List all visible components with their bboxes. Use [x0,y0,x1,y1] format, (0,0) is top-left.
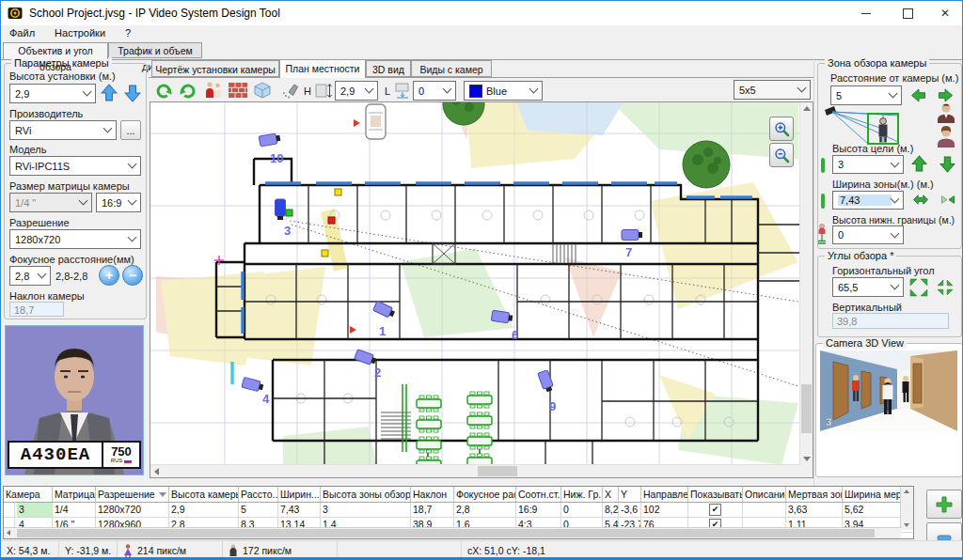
site-plan-canvas[interactable]: 103124697 [150,101,813,478]
scroll-left-icon[interactable] [154,468,159,475]
rotate-right-button[interactable] [177,80,199,101]
tab-site-plan[interactable]: План местности [279,59,366,78]
resolution-select[interactable]: 1280x720 [9,229,141,249]
title-bar[interactable]: School Project.jvsg - IP Video System De… [1,1,962,25]
table-header-cell[interactable]: Рассто... [239,487,278,502]
aspect-ratio-select[interactable]: 16:9 [96,193,141,212]
target-height-down-button[interactable] [939,154,955,174]
color-select[interactable]: Blue [464,81,543,101]
map-vertical-scrollbar[interactable] [799,102,813,465]
mount-height-select[interactable]: 2,9 [9,84,96,103]
table-header-cell[interactable]: Ниж. Гр... [561,487,603,502]
menu-file[interactable]: Файл [1,25,43,40]
panel-splitter[interactable] [813,59,814,536]
raise-camera-button[interactable] [101,83,118,103]
table-vertical-scrollbar[interactable] [900,487,913,530]
add-3d-object-button[interactable] [251,80,274,101]
show-checkbox[interactable]: ✔ [709,504,721,516]
table-cell[interactable]: 102 [641,503,688,517]
wall-level-select[interactable]: 0 [413,81,456,101]
paint-zone-button[interactable] [279,80,302,101]
zone-width-expand-button[interactable] [909,193,932,207]
focal-plus-button[interactable]: + [99,265,119,286]
bottom-boundary-select[interactable]: 0 [832,226,904,244]
target-height-up-button[interactable] [911,154,927,174]
table-cell[interactable]: 2,9 [169,503,239,517]
lower-camera-button[interactable] [124,83,141,103]
table-header-cell[interactable]: Мертвая зона [786,487,843,502]
table-header-cell[interactable]: Соотн.ст... [516,487,561,502]
horizontal-angle-select[interactable]: 65,5 [832,277,904,297]
camera-3d-preview[interactable]: 3 [820,350,957,431]
scroll-down-icon[interactable] [803,457,811,461]
table-cell[interactable]: 0 [561,503,603,517]
focal-length-select[interactable]: 2,8 [9,266,51,286]
tab-lens-and-angle[interactable]: Объектив и угол обзора [3,42,108,59]
table-header-cell[interactable]: Ширин... [278,487,321,502]
table-cell[interactable]: 3,63 [786,503,843,517]
target-type-icons[interactable] [934,102,958,149]
sort-filter-icon[interactable] [159,492,166,497]
tab-camera-views[interactable]: Виды с камер [411,60,492,77]
distance-decrease-button[interactable] [908,88,930,102]
tab-3d-view[interactable]: 3D вид [366,60,411,77]
map-vscroll-thumb[interactable] [801,384,812,433]
minimize-button[interactable] [845,1,887,25]
table-header-cell[interactable]: Показывать [688,487,743,502]
table-header-cell[interactable]: Направле... [641,487,688,502]
table-header-cell[interactable]: X [603,487,619,502]
table-cell[interactable]: ✔ [688,503,743,517]
tab-camera-installation-drawing[interactable]: Чертёж установки камеры [151,60,279,77]
table-header-cell[interactable]: Разрешение [96,487,169,502]
table-header-cell[interactable]: Матрица [53,487,96,502]
target-height-select[interactable]: 3 [832,155,904,174]
add-camera-button[interactable] [926,490,962,519]
manufacturer-select[interactable]: RVi [9,120,117,140]
model-select[interactable]: RVi-IPC11S [9,156,141,176]
angle-narrow-icon[interactable] [936,278,955,297]
table-header-cell[interactable]: Фокусное расс... [454,487,516,502]
table-hscroll-thumb[interactable] [17,529,875,537]
table-cell[interactable]: 8,2 [603,503,619,517]
table-header-cell[interactable]: Ширина мертв [843,487,901,502]
table-cell[interactable]: 16:9 [516,503,561,517]
map-horizontal-scrollbar[interactable] [150,464,800,477]
wall-height-select[interactable]: 2,9 [335,81,378,101]
menu-settings[interactable]: Настройки [46,25,114,40]
scroll-left-icon[interactable] [7,530,10,536]
menu-help[interactable]: ? [117,25,139,40]
table-cell[interactable]: 1280x720 [96,503,169,517]
table-row[interactable]: 31/41280x7202,957,43318,72,816:908,2-3,6… [4,503,913,518]
grid-size-select[interactable]: 5x5 [734,80,811,100]
focal-minus-button[interactable]: − [122,265,143,286]
table-header-cell[interactable]: Высота зоны обзора [321,487,411,502]
table-header-cell[interactable]: Y [619,487,641,502]
floor-plan-map[interactable]: 103124697 [150,102,799,465]
scroll-down-icon[interactable] [904,523,909,527]
sensor-size-select[interactable]: 1/4 " [9,193,92,212]
zoom-out-button[interactable] [769,143,794,167]
zoom-in-button[interactable] [769,117,794,141]
add-person-button[interactable] [202,80,225,101]
zone-width-select[interactable]: 7,43 [832,191,904,210]
scroll-up-icon[interactable] [803,106,811,111]
table-cell[interactable] [743,503,786,517]
table-header-cell[interactable]: Описание [743,487,786,502]
table-header-cell[interactable]: Камера [4,487,53,502]
table-cell[interactable]: 5 [239,503,278,517]
add-wall-button[interactable] [227,80,249,101]
table-header-cell[interactable]: Высота камеры [169,487,239,502]
close-button[interactable]: ✕ [928,1,962,25]
rotate-left-button[interactable] [152,80,175,101]
table-header-cell[interactable]: Наклон [411,487,454,502]
table-cell[interactable]: 3 [321,503,411,517]
distance-select[interactable]: 5 [830,86,902,105]
table-cell[interactable]: 5,62 [843,503,901,517]
maximize-button[interactable] [887,1,928,25]
table-cell[interactable]: 18,7 [411,503,454,517]
tab-traffic-and-disk[interactable]: Трафик и объем диска [108,42,202,58]
table-cell[interactable]: 1/4 [53,503,96,517]
table-cell[interactable]: -3,6 [619,503,641,517]
angle-widen-icon[interactable] [909,278,928,297]
table-cell[interactable]: 2,8 [454,503,516,517]
